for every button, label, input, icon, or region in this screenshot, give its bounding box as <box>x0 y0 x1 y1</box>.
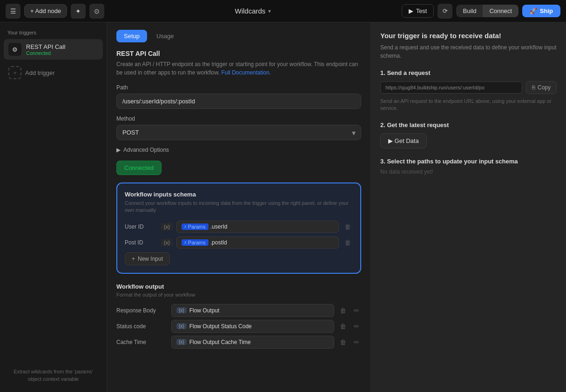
status-code-row: Status code {x} Flow Output Status Code … <box>116 320 361 333</box>
url-display: https://sjug84.buildship.run/users/:user… <box>380 81 522 94</box>
status-code-edit-button[interactable]: ✏ <box>352 322 361 331</box>
response-body-edit-button[interactable]: ✏ <box>352 306 361 315</box>
history-button[interactable]: ⟳ <box>438 4 452 19</box>
path-input[interactable] <box>116 94 361 109</box>
params-badge-userid: x Params <box>182 223 209 230</box>
card-desc: Create an API / HTTP endpoint as the tri… <box>116 60 361 77</box>
add-trigger-button[interactable]: + Add trigger <box>4 62 103 83</box>
trigger-item-name: REST API Call <box>26 43 65 50</box>
method-select-wrapper: POST GET PUT DELETE <box>116 125 361 140</box>
trigger-item-icon: ⚙ <box>8 43 21 56</box>
status-code-delete-button[interactable]: 🗑 <box>338 322 348 331</box>
method-label: Method <box>116 115 361 122</box>
advanced-options-toggle[interactable]: ▶ Advanced Options <box>116 147 361 153</box>
cache-time-delete-button[interactable]: 🗑 <box>338 338 348 347</box>
copy-button[interactable]: ⎘ Copy <box>526 81 557 94</box>
user-id-delete-button[interactable]: 🗑 <box>343 222 353 231</box>
add-trigger-label: Add trigger <box>25 69 55 76</box>
step2-title: 2. Get the latest request <box>380 122 557 128</box>
search-button[interactable]: ⊙ <box>89 4 104 19</box>
right-panel: Your trigger is ready to receive data! S… <box>371 22 566 392</box>
play-icon: ▶ <box>409 7 413 14</box>
schema-desc: Connect your workflow inputs to incoming… <box>125 200 353 214</box>
trigger-ready-desc: Send a request and use the received data… <box>380 43 557 60</box>
params-label-userid: Params <box>188 224 206 230</box>
response-body-label: Response Body <box>116 307 168 314</box>
url-row: https://sjug84.buildship.run/users/:user… <box>380 81 557 94</box>
sidebar: Your triggers ⚙ REST API Call Connected … <box>0 22 107 392</box>
app-title: Wildcards <box>235 7 265 15</box>
ship-button[interactable]: 🚀 🚀 Ship Ship <box>522 5 560 17</box>
cache-time-value: {x} Flow Output Cache Time <box>171 336 334 349</box>
rest-api-card: REST API Call Create an API / HTTP endpo… <box>116 50 361 349</box>
output-title: Workflow output <box>116 283 361 290</box>
post-id-label: Post ID <box>125 239 157 246</box>
get-data-button[interactable]: ▶ Get Data <box>380 133 427 149</box>
params-label-postid: Params <box>188 240 206 245</box>
user-id-row: User ID {x} x Params .userId 🗑 <box>125 221 353 233</box>
workflow-output-section: Workflow output Format the output of you… <box>116 283 361 349</box>
no-data-text: No data received yet! <box>380 169 557 175</box>
ship-icon: 🚀 <box>530 7 537 14</box>
topbar-center: Wildcards ▾ <box>108 7 398 15</box>
new-input-label: New Input <box>138 256 163 262</box>
build-connect-group: Build Connect <box>456 5 518 17</box>
build-button[interactable]: Build <box>456 5 483 17</box>
center-panel: Setup Usage REST API Call Create an API … <box>107 22 371 392</box>
workflow-inputs-schema: Workflow inputs schema Connect your work… <box>116 182 361 274</box>
post-id-value: x Params .postId <box>176 237 339 249</box>
user-id-label: User ID <box>125 223 157 230</box>
new-input-button[interactable]: + New Input <box>125 252 170 265</box>
cache-time-row: Cache Time {x} Flow Output Cache Time 🗑 … <box>116 336 361 349</box>
menu-button[interactable]: ☰ <box>6 4 20 19</box>
topbar-left: ☰ + Add node ✦ ⊙ <box>6 4 104 19</box>
response-body-row: Response Body {x} Flow Output 🗑 ✏ <box>116 304 361 317</box>
post-id-delete-button[interactable]: 🗑 <box>343 238 353 247</box>
add-node-button[interactable]: + Add node <box>24 4 67 18</box>
tab-setup[interactable]: Setup <box>116 30 147 42</box>
tab-usage[interactable]: Usage <box>149 30 182 42</box>
tabs: Setup Usage <box>116 30 361 42</box>
copy-icon: ⎘ <box>532 84 535 91</box>
tooltip-line1: Extract wildcards from the 'params' <box>7 368 99 375</box>
advanced-options-label: Advanced Options <box>123 147 169 153</box>
trigger-item-text: REST API Call Connected <box>26 43 65 56</box>
status-code-label: Status code <box>116 323 168 330</box>
cache-time-edit-button[interactable]: ✏ <box>352 338 361 347</box>
path-label: Path <box>116 84 361 91</box>
post-id-path: .postId <box>210 239 227 246</box>
user-id-var-icon: {x} <box>161 223 173 230</box>
cache-time-text: Flow Output Cache Time <box>189 339 251 345</box>
status-code-text: Flow Output Status Code <box>189 323 252 330</box>
card-title: REST API Call <box>116 50 361 57</box>
test-button[interactable]: ▶ Test <box>402 4 434 18</box>
connected-badge[interactable]: Connected <box>116 161 162 175</box>
output-var-badge-cache: {x} <box>176 339 187 345</box>
step1-title: 1. Send a request <box>380 69 557 76</box>
add-node-label: + Add node <box>30 7 61 14</box>
chevron-right-icon: ▶ <box>116 147 121 153</box>
plus-icon: + <box>132 256 135 262</box>
add-trigger-icon: + <box>8 66 21 79</box>
full-doc-link[interactable]: Full Documentation <box>221 69 269 76</box>
content-area: Setup Usage REST API Call Create an API … <box>107 22 566 392</box>
get-data-label: ▶ Get Data <box>388 137 419 144</box>
topbar-right: ▶ Test ⟳ Build Connect 🚀 🚀 Ship Ship <box>402 4 560 19</box>
output-desc: Format the output of your workflow <box>116 292 361 297</box>
select-paths-title: 3. Select the paths to update your input… <box>380 158 557 165</box>
output-var-badge-status: {x} <box>176 323 187 329</box>
response-body-value: {x} Flow Output <box>171 304 334 317</box>
connect-button[interactable]: Connect <box>483 5 518 17</box>
sidebar-item-rest-api[interactable]: ⚙ REST API Call Connected <box>4 39 103 60</box>
post-id-row: Post ID {x} x Params .postId 🗑 <box>125 237 353 249</box>
topbar: ☰ + Add node ✦ ⊙ Wildcards ▾ ▶ Test ⟳ Bu… <box>0 0 566 22</box>
tooltip-line2: object context variable <box>7 376 99 383</box>
method-select[interactable]: POST GET PUT DELETE <box>116 125 361 140</box>
magic-icon-button[interactable]: ✦ <box>71 4 86 19</box>
user-id-value: x Params .userId <box>176 221 339 233</box>
main-layout: Your triggers ⚙ REST API Call Connected … <box>0 22 566 392</box>
status-code-value: {x} Flow Output Status Code <box>171 320 334 333</box>
response-body-delete-button[interactable]: 🗑 <box>338 306 348 315</box>
response-body-text: Flow Output <box>189 307 220 314</box>
test-label: Test <box>416 7 427 14</box>
